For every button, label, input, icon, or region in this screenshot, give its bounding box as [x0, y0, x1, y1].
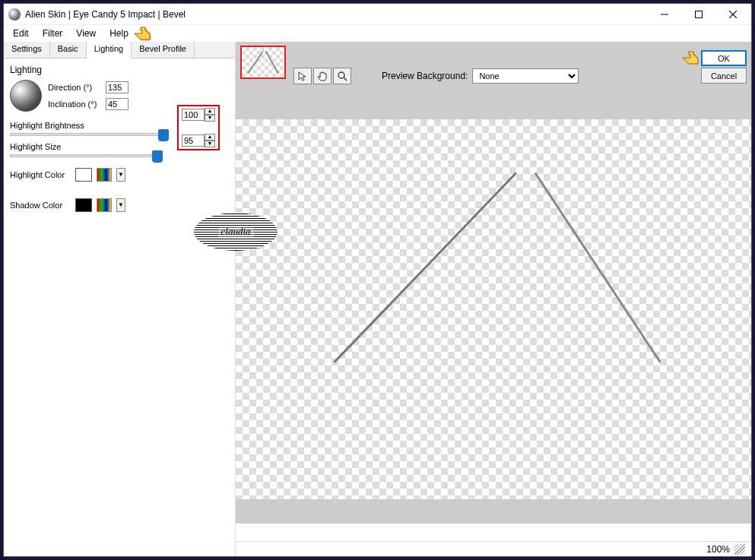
highlight-size-slider[interactable] [10, 154, 162, 157]
direction-input[interactable] [106, 81, 128, 93]
svg-line-7 [344, 78, 347, 81]
shadow-color-swatch[interactable] [75, 198, 92, 212]
preview-background-control: Preview Background: None [382, 68, 579, 84]
svg-point-6 [338, 72, 344, 78]
highlight-color-swatch[interactable] [75, 168, 92, 182]
cancel-button[interactable]: Cancel [701, 68, 747, 84]
spin-down-button[interactable]: ▼ [205, 141, 215, 147]
tabs: Settings Basic Lighting Bevel Profile [4, 42, 235, 59]
zoom-tool-button[interactable] [333, 68, 351, 84]
hand-icon [317, 71, 328, 81]
lighting-sphere[interactable] [10, 80, 42, 112]
highlight-size-input[interactable] [182, 134, 205, 147]
right-panel: Preview Background: None OK Cancel [236, 42, 751, 556]
pointer-icon [297, 71, 308, 81]
ok-button[interactable]: OK [701, 50, 747, 66]
svg-line-9 [535, 173, 661, 362]
highlight-brightness-slider[interactable] [10, 133, 162, 136]
svg-rect-1 [695, 11, 702, 17]
palette-icon[interactable] [97, 198, 112, 212]
preview-top-strip [236, 95, 751, 119]
section-label-lighting: Lighting [10, 65, 229, 75]
inclination-input[interactable] [106, 98, 128, 110]
menu-edit[interactable]: Edit [7, 27, 35, 40]
slider-thumb[interactable] [158, 129, 169, 141]
magnifier-icon [337, 71, 347, 81]
preview-toolbar: Preview Background: None OK Cancel [236, 42, 751, 95]
main-area: Settings Basic Lighting Bevel Profile Li… [4, 42, 751, 556]
app-window: Alien Skin | Eye Candy 5 Impact | Bevel … [3, 3, 752, 557]
minimize-button[interactable] [647, 5, 681, 24]
slider-thumb[interactable] [152, 150, 163, 163]
shadow-color-label: Shadow Color [10, 201, 71, 210]
tab-bevel-profile[interactable]: Bevel Profile [132, 42, 195, 58]
highlighted-params-box: ▲ ▼ ▲ ▼ [177, 105, 220, 150]
tab-basic[interactable]: Basic [50, 42, 87, 58]
spin-up-button[interactable]: ▲ [205, 134, 215, 141]
close-icon [729, 11, 737, 18]
watermark-stamp: claudia [194, 213, 278, 251]
dialog-buttons: OK Cancel [701, 50, 747, 84]
status-bar: 100% [236, 541, 751, 556]
zoom-level: 100% [706, 544, 730, 555]
left-panel: Settings Basic Lighting Bevel Profile Li… [4, 42, 236, 556]
window-title: Alien Skin | Eye Candy 5 Impact | Bevel [25, 9, 647, 20]
preview-thumbnail[interactable] [240, 46, 286, 79]
chevron-down-icon[interactable]: ▼ [116, 168, 125, 182]
highlight-color-row: Highlight Color ▼ [10, 168, 229, 182]
tab-settings[interactable]: Settings [4, 42, 50, 58]
minimize-icon [661, 11, 668, 18]
menu-filter[interactable]: Filter [36, 27, 69, 40]
inclination-label: Inclination (°) [48, 100, 103, 109]
hand-tool-button[interactable] [313, 68, 332, 84]
tab-lighting[interactable]: Lighting [87, 42, 132, 59]
menu-help[interactable]: Help [103, 27, 135, 40]
palette-icon[interactable] [97, 168, 112, 182]
preview-bottom-strip [236, 499, 751, 524]
direction-label: Direction (°) [48, 83, 103, 92]
lighting-panel: Lighting Direction (°) Inclination (°) [4, 59, 235, 218]
maximize-button[interactable] [681, 5, 715, 24]
maximize-icon [695, 11, 703, 18]
shadow-color-row: Shadow Color ▼ [10, 198, 229, 212]
menu-view[interactable]: View [70, 27, 102, 40]
menubar: Edit Filter View Help [4, 25, 751, 42]
svg-line-4 [248, 51, 263, 73]
resize-grip[interactable] [734, 544, 745, 555]
preview-bg-label: Preview Background: [382, 71, 468, 81]
chevron-down-icon[interactable]: ▼ [116, 198, 125, 212]
pointer-tool-button[interactable] [293, 68, 312, 84]
highlight-brightness-input[interactable] [182, 109, 205, 121]
preview-bg-select[interactable]: None [472, 68, 579, 84]
hand-pointer-icon [680, 49, 704, 67]
preview-tool-buttons [293, 68, 351, 84]
close-button[interactable] [715, 5, 750, 24]
spin-down-button[interactable]: ▼ [205, 115, 215, 122]
spin-up-button[interactable]: ▲ [205, 108, 215, 115]
window-controls [647, 5, 750, 24]
titlebar: Alien Skin | Eye Candy 5 Impact | Bevel [4, 4, 751, 25]
preview-area [236, 95, 751, 541]
preview-canvas[interactable] [236, 119, 751, 499]
app-icon [8, 8, 21, 21]
highlight-color-label: Highlight Color [10, 170, 71, 179]
hand-pointer-icon [132, 24, 156, 43]
svg-line-5 [266, 51, 278, 73]
watermark-text: claudia [218, 226, 254, 238]
svg-line-8 [335, 173, 516, 362]
